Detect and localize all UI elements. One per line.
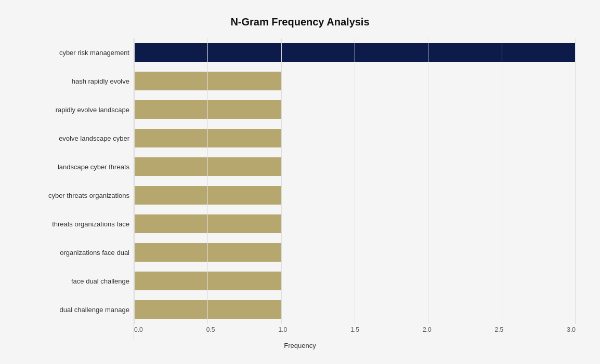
bar — [134, 272, 281, 290]
bar — [134, 100, 281, 119]
y-label: threats organizations face — [24, 211, 134, 237]
x-tick-labels: 0.00.51.01.52.02.53.0 — [134, 324, 576, 340]
bar-row — [134, 269, 576, 293]
bar — [134, 300, 281, 319]
y-label: organizations face dual — [24, 239, 134, 265]
y-label: hash rapidly evolve — [24, 68, 134, 94]
x-tick-label: 1.0 — [278, 326, 287, 333]
bar — [134, 186, 281, 205]
bars-container — [134, 38, 576, 324]
y-label: landscape cyber threats — [24, 154, 134, 180]
y-label: cyber risk management — [24, 39, 134, 65]
bar — [134, 72, 281, 90]
bar-row — [134, 240, 576, 264]
bar-row — [134, 155, 576, 179]
y-label: cyber threats organizations — [24, 182, 134, 208]
x-tick-label: 0.0 — [134, 326, 143, 333]
x-tick-label: 2.5 — [495, 326, 504, 333]
y-label: dual challenge manage — [24, 296, 134, 322]
chart-container: N-Gram Frequency Analysis cyber risk man… — [14, 6, 586, 359]
bar-row — [134, 212, 576, 236]
x-axis-title: Frequency — [24, 342, 576, 349]
plot-area: 0.00.51.01.52.02.53.0 — [134, 38, 576, 340]
x-tick-label: 2.0 — [423, 326, 432, 333]
y-axis: cyber risk managementhash rapidly evolve… — [24, 38, 134, 340]
bar — [134, 129, 281, 147]
x-tick-label: 1.5 — [350, 326, 359, 333]
bar — [134, 157, 281, 176]
y-label: evolve landscape cyber — [24, 125, 134, 151]
x-tick-label: 3.0 — [567, 326, 576, 333]
bar-row — [134, 41, 576, 64]
x-tick-label: 0.5 — [206, 326, 215, 333]
y-label: rapidly evolve landscape — [24, 97, 134, 123]
y-label: face dual challenge — [24, 268, 134, 294]
bar — [134, 43, 576, 62]
bar-row — [134, 126, 576, 150]
bar-row — [134, 298, 576, 321]
bar-row — [134, 69, 576, 93]
bar — [134, 214, 281, 233]
chart-title: N-Gram Frequency Analysis — [24, 16, 576, 28]
bar-row — [134, 98, 576, 122]
bar — [134, 243, 281, 262]
bar-row — [134, 183, 576, 207]
chart-area: cyber risk managementhash rapidly evolve… — [24, 38, 576, 340]
